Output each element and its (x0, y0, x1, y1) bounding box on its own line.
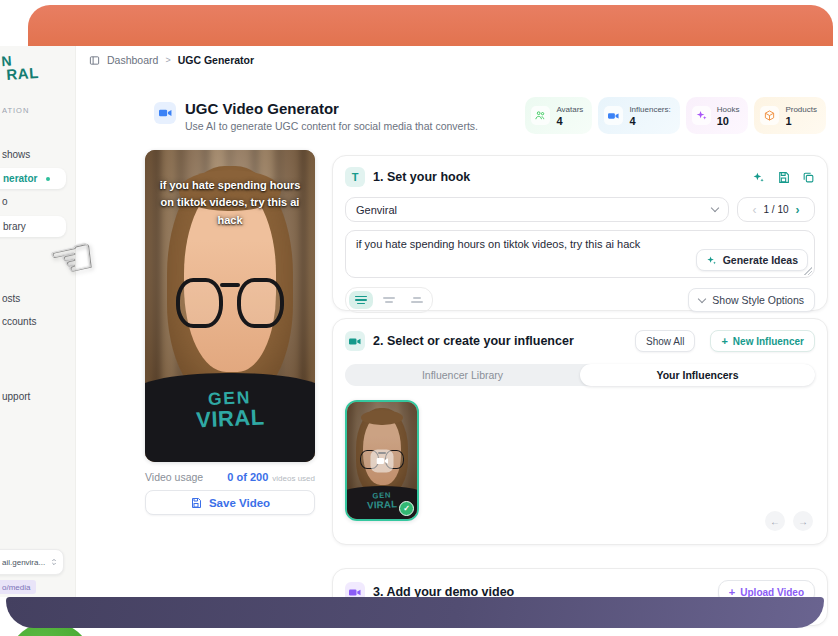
save-icon[interactable] (777, 171, 790, 184)
sidebar-section-label: ATION (2, 106, 29, 115)
usage-label: Video usage (145, 471, 227, 483)
stat-avatars: Avatars 4 (525, 97, 592, 134)
prev-page-button[interactable]: ← (765, 511, 785, 531)
stat-products: Products 1 (754, 97, 826, 134)
users-icon (531, 106, 550, 125)
video-camera-icon (371, 449, 394, 472)
video-preview: GEN VIRAL if you hate spending hours on … (145, 150, 315, 462)
new-influencer-button[interactable]: + New Influencer (710, 330, 815, 352)
plus-icon: + (721, 335, 727, 347)
stat-label: Products (785, 105, 817, 114)
video-still: GEN VIRAL if you hate spending hours on … (145, 150, 315, 462)
show-all-button[interactable]: Show All (635, 330, 695, 352)
account-email: ail.genvira... (2, 558, 45, 567)
hook-section-title: 1. Set your hook (373, 170, 470, 184)
hook-page-indicator: 1 / 10 (763, 204, 788, 215)
influencer-section-title: 2. Select or create your influencer (373, 334, 574, 348)
app-logo: N RAL (1, 53, 39, 83)
align-top-button[interactable] (349, 291, 373, 309)
main-content: Dashboard > UGC Generator UGC Video Gene… (76, 46, 838, 597)
sidebar-toggle-icon[interactable] (89, 55, 100, 66)
usage-suffix: videos used (272, 474, 315, 483)
chevrons-up-down-icon (50, 558, 58, 566)
breadcrumb: Dashboard > UGC Generator (89, 54, 254, 66)
influencer-pager: ← → (765, 511, 813, 531)
stat-value: 10 (717, 115, 740, 127)
steps-column: T 1. Set your hook (332, 155, 828, 626)
stat-label: Avatars (556, 105, 583, 114)
chevron-down-icon (698, 294, 706, 302)
stat-value: 1 (785, 115, 817, 127)
stat-label: Influencers: (629, 105, 670, 114)
stat-hooks: Hooks 10 (686, 97, 749, 134)
sidebar-item-posts[interactable]: osts (2, 293, 20, 304)
video-usage-row: Video usage 0 of 200 videos used (145, 471, 315, 483)
breadcrumb-separator: > (165, 55, 170, 65)
stat-value: 4 (556, 115, 583, 127)
account-switcher[interactable]: ail.genvira... (0, 549, 64, 575)
hook-section-card: T 1. Set your hook (332, 155, 828, 311)
sparkles-icon (706, 255, 717, 266)
new-influencer-label: New Influencer (733, 336, 804, 347)
dropdown-value: Genviral (356, 204, 712, 216)
video-icon (604, 106, 623, 125)
usage-value: 0 of 200 (227, 471, 268, 483)
copy-icon[interactable] (802, 171, 815, 184)
prev-hook-button[interactable]: ‹ (752, 203, 756, 217)
account-plan-badge: o/media (0, 580, 36, 594)
page-subtitle: Use AI to generate UGC content for socia… (185, 120, 478, 132)
sidebar-item-ugc-generator[interactable]: nerator (0, 168, 66, 189)
video-preview-column: GEN VIRAL if you hate spending hours on … (145, 150, 315, 515)
tab-influencer-library[interactable]: Influencer Library (345, 364, 580, 386)
resize-handle[interactable] (804, 267, 812, 275)
breadcrumb-current: UGC Generator (178, 54, 254, 66)
logo-line2: RAL (6, 66, 39, 82)
sidebar-item-accounts[interactable]: ccounts (2, 316, 36, 327)
show-style-options-button[interactable]: Show Style Options (688, 288, 815, 312)
browser-top-bar (28, 5, 833, 46)
influencer-tabs: Influencer Library Your Influencers (345, 364, 815, 386)
hook-overlay-text: if you hate spending hours on tiktok vid… (154, 177, 307, 230)
save-video-button[interactable]: Save Video (145, 490, 315, 515)
hook-pagination: ‹ 1 / 10 › (737, 197, 815, 222)
text-position-group (345, 287, 433, 313)
app-window: N RAL ATION shows nerator o brary osts c… (0, 0, 838, 636)
tab-your-influencers[interactable]: Your Influencers (580, 364, 815, 386)
sidebar-item-video[interactable]: o (2, 196, 8, 207)
generate-ideas-label: Generate Ideas (723, 254, 798, 266)
save-video-label: Save Video (209, 497, 270, 509)
generate-ideas-button[interactable]: Generate Ideas (696, 249, 808, 271)
influencer-thumbnail-selected[interactable]: GENVIRAL if you hate spending hours on t… (345, 400, 419, 521)
upload-video-label: Upload Video (740, 587, 804, 598)
active-dot (46, 177, 50, 181)
sparkles-icon (692, 106, 711, 125)
shirt-logo: GEN VIRAL (145, 387, 315, 435)
influencer-section-card: 2. Select or create your influencer Show… (332, 318, 828, 545)
next-hook-button[interactable]: › (796, 203, 800, 217)
package-icon (760, 106, 779, 125)
page-title: UGC Video Generator (185, 100, 478, 117)
breadcrumb-dashboard[interactable]: Dashboard (107, 54, 158, 66)
next-page-button[interactable]: → (793, 511, 813, 531)
video-camera-icon (154, 102, 176, 124)
browser-bottom-bar (6, 597, 824, 628)
save-icon (190, 497, 202, 509)
hook-source-dropdown[interactable]: Genviral (345, 197, 729, 222)
magic-wand-icon[interactable] (752, 171, 765, 184)
text-icon: T (345, 167, 365, 187)
sidebar-item-support[interactable]: upport (2, 391, 30, 402)
stat-influencers: Influencers: 4 (598, 97, 679, 134)
selected-check-badge: ✓ (399, 501, 414, 516)
sidebar: N RAL ATION shows nerator o brary osts c… (0, 46, 76, 597)
chevron-down-icon (711, 204, 719, 212)
align-bottom-button[interactable] (405, 291, 429, 309)
page-header: UGC Video Generator Use AI to generate U… (154, 100, 478, 132)
show-all-label: Show All (646, 336, 684, 347)
sidebar-item-label: nerator (3, 173, 37, 184)
stat-value: 4 (629, 115, 670, 127)
stat-label: Hooks (717, 105, 740, 114)
show-style-options-label: Show Style Options (712, 294, 804, 306)
sidebar-item-slideshows[interactable]: shows (2, 149, 30, 160)
sidebar-item-label: brary (3, 221, 26, 232)
align-middle-button[interactable] (377, 291, 401, 309)
